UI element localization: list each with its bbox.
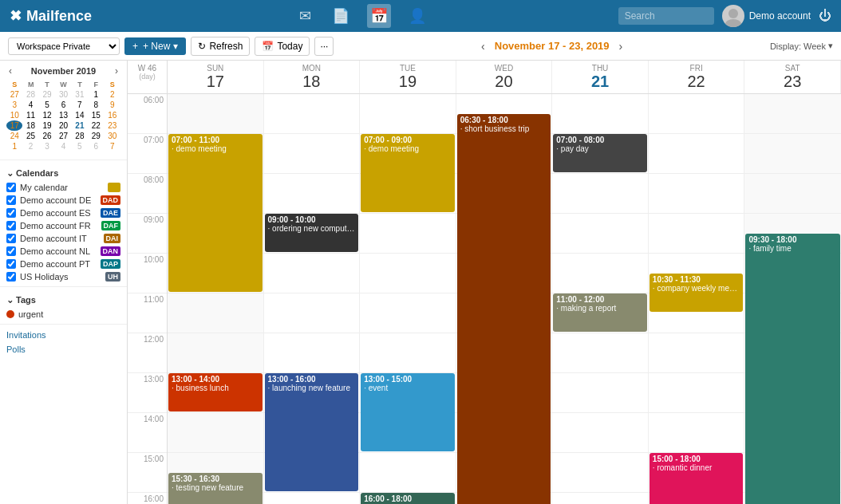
calendar-item[interactable]: My calendar (0, 181, 127, 194)
time-slot: 09:00 (128, 214, 167, 254)
calendar-item[interactable]: Demo account DE DAD (0, 194, 127, 207)
calendar-header: W 46 (day) SUN 17MON 18TUE 19WED 20THU 2… (128, 61, 841, 94)
tag-dot (6, 310, 14, 318)
calendar-list: My calendar Demo account DE DAD Demo acc… (0, 181, 127, 283)
day-column[interactable]: 10:30 - 11:30 · company weekly meeting15… (649, 94, 745, 504)
next-week-button[interactable]: › (614, 38, 628, 54)
event-block[interactable]: 16:00 - 18:00 · go to gym (361, 493, 455, 504)
new-button[interactable]: + + New ▾ (124, 37, 186, 55)
event-block[interactable]: 13:00 - 15:00 · event (361, 373, 455, 451)
event-block[interactable]: 15:30 - 16:30 · testing new feature (168, 473, 263, 504)
day-header[interactable]: FRI 22 (649, 61, 745, 93)
today-icon: 📅 (262, 41, 274, 52)
time-slot: 16:00 (128, 493, 167, 504)
day-column[interactable]: 09:00 - 10:00 · ordering new computer fo… (264, 94, 361, 504)
event-block[interactable]: 09:30 - 18:00 · family time (745, 234, 840, 504)
week-number: W 46 (day) (128, 61, 168, 93)
event-block[interactable]: 06:30 - 18:00 · short business trip (457, 114, 551, 504)
time-slot: 06:00 (128, 94, 167, 134)
event-block[interactable]: 15:00 - 18:00 · romantic dinner (650, 453, 744, 504)
event-block[interactable]: 09:00 - 10:00 · ordering new computer fo… (265, 214, 359, 252)
next-month-button[interactable]: › (113, 65, 120, 77)
day-column[interactable]: 07:00 - 11:00 · demo meeting13:00 - 14:0… (168, 94, 264, 504)
time-column: 06:0007:0008:0009:0010:0011:0012:0013:00… (128, 94, 168, 504)
event-block[interactable]: 13:00 - 16:00 · launching new feature (265, 373, 359, 491)
day-header[interactable]: SAT 23 (744, 61, 841, 93)
calendar-item[interactable]: Demo account ES DAE (0, 207, 127, 219)
user-name: Demo account (749, 10, 811, 22)
tag-urgent[interactable]: urgent (0, 308, 127, 321)
time-slot: 15:00 (128, 453, 167, 493)
nav-right: Demo account ⏻ (618, 5, 831, 27)
event-block[interactable]: 07:00 - 09:00 · demo meeting (361, 134, 455, 212)
week-range: November 17 - 23, 2019 (495, 40, 610, 52)
event-block[interactable]: 10:30 - 11:30 · company weekly meeting (650, 274, 744, 312)
day-header[interactable]: THU 21 (552, 61, 649, 93)
search-input[interactable] (618, 7, 714, 25)
day-column[interactable]: 06:30 - 18:00 · short business trip (456, 94, 553, 504)
prev-month-button[interactable]: ‹ (6, 65, 14, 77)
calendar-item[interactable]: US Holidays UH (0, 270, 127, 283)
logo-text: Mailfence (26, 8, 92, 25)
calendars-section[interactable]: ⌄ Calendars (0, 163, 127, 181)
svg-point-1 (725, 19, 741, 27)
day-header[interactable]: MON 18 (264, 61, 361, 93)
tags-section[interactable]: ⌄ Tags (0, 290, 127, 308)
invitations-link[interactable]: Invitations (0, 328, 127, 342)
time-slot: 13:00 (128, 373, 167, 413)
day-column[interactable]: 07:00 - 09:00 · demo meeting13:00 - 15:0… (360, 94, 456, 504)
time-slot: 08:00 (128, 174, 167, 214)
mini-cal-title: November 2019 (31, 66, 96, 76)
tag-label: urgent (18, 309, 120, 319)
user-badge[interactable]: Demo account (722, 5, 811, 27)
display-mode-selector[interactable]: Display: Week ▾ (770, 41, 833, 51)
time-slot: 14:00 (128, 413, 167, 453)
event-block[interactable]: 11:00 - 12:00 · making a report (553, 293, 647, 332)
mini-cal-grid: SMTWTFS 27282930311234567891011121314151… (6, 80, 120, 152)
power-button[interactable]: ⏻ (819, 9, 831, 23)
svg-point-0 (728, 9, 738, 18)
time-slot: 12:00 (128, 333, 167, 373)
refresh-icon: ↻ (198, 41, 206, 52)
logo-icon: ✖ (10, 7, 22, 25)
avatar (722, 5, 744, 27)
plus-icon: + (132, 41, 138, 52)
calendar-item[interactable]: Demo account FR DAF (0, 219, 127, 232)
time-slot: 07:00 (128, 134, 167, 174)
more-button[interactable]: ··· (314, 37, 334, 56)
calendar-container: W 46 (day) SUN 17MON 18TUE 19WED 20THU 2… (128, 61, 841, 504)
day-column[interactable]: 07:00 - 08:00 · pay day11:00 - 12:00 · m… (552, 94, 649, 504)
logo[interactable]: ✖ Mailfence (10, 7, 92, 25)
mini-calendar: ‹ November 2019 › SMTWTFS 27282930311234… (0, 61, 127, 156)
documents-icon[interactable]: 📄 (329, 4, 353, 28)
main-layout: ‹ November 2019 › SMTWTFS 27282930311234… (0, 61, 841, 504)
calendar-item[interactable]: Demo account IT DAI (0, 232, 127, 245)
workspace-selector[interactable]: Workspace Private (8, 37, 120, 55)
main-toolbar: Workspace Private + + New ▾ ↻ Refresh 📅 … (0, 32, 841, 61)
calendar-item[interactable]: Demo account NL DAN (0, 245, 127, 258)
time-slot: 11:00 (128, 293, 167, 333)
event-block[interactable]: 13:00 - 14:00 · business lunch (168, 373, 263, 411)
calendar-item[interactable]: Demo account PT DAP (0, 258, 127, 270)
prev-week-button[interactable]: ‹ (476, 38, 490, 54)
refresh-button[interactable]: ↻ Refresh (191, 37, 250, 56)
contacts-icon[interactable]: 👤 (405, 4, 429, 28)
calendar-body: 06:0007:0008:0009:0010:0011:0012:0013:00… (128, 94, 841, 504)
day-header[interactable]: WED 20 (456, 61, 553, 93)
email-icon[interactable]: ✉ (296, 4, 314, 28)
event-block[interactable]: 07:00 - 11:00 · demo meeting (168, 134, 263, 292)
nav-icons: ✉ 📄 📅 👤 (108, 4, 618, 28)
chevron-down-icon: ▾ (828, 41, 833, 51)
calendar-icon[interactable]: 📅 (367, 4, 391, 28)
today-button[interactable]: 📅 Today (255, 37, 310, 56)
day-header[interactable]: SUN 17 (168, 61, 264, 93)
top-navigation: ✖ Mailfence ✉ 📄 📅 👤 Demo account ⏻ (0, 0, 841, 32)
event-block[interactable]: 07:00 - 08:00 · pay day (553, 134, 647, 172)
day-column[interactable]: 09:30 - 18:00 · family time (744, 94, 841, 504)
time-slot: 10:00 (128, 254, 167, 293)
sidebar: ‹ November 2019 › SMTWTFS 27282930311234… (0, 61, 128, 504)
day-header[interactable]: TUE 19 (360, 61, 456, 93)
polls-link[interactable]: Polls (0, 342, 127, 356)
chevron-down-icon: ▾ (173, 41, 178, 52)
week-navigation: ‹ November 17 - 23, 2019 › (338, 38, 764, 54)
